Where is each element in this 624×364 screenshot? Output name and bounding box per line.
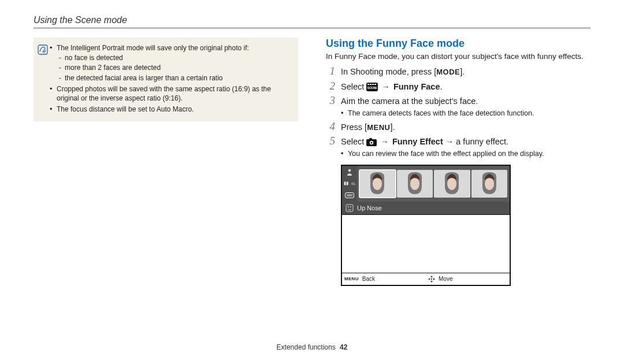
svg-rect-0 <box>38 45 47 54</box>
footer-section: Extended functions <box>277 343 336 351</box>
step-4-pre: Press [ <box>341 122 367 132</box>
footer-move-label: Move <box>439 276 452 282</box>
sidebar-count-icon: 01 <box>344 179 355 188</box>
sidebar-person-icon <box>344 168 355 177</box>
step-num-1: 1 <box>326 65 335 77</box>
thumb-4[interactable] <box>471 170 508 198</box>
camera-screenshot: 01 I6M <box>341 165 511 286</box>
screenshot-effect-label-row: Up Nose <box>342 202 510 214</box>
page-footer: Extended functions 42 <box>0 343 624 351</box>
sidebar-size-icon: I6M <box>344 191 355 200</box>
step-2-pre: Select <box>341 82 366 91</box>
step-5-sub: You can review the face with the effect … <box>341 149 544 159</box>
footer-move-icon <box>428 276 435 283</box>
scene-icon: SCENE <box>366 83 378 91</box>
menu-button-label: MENU <box>367 123 390 132</box>
step-1-post: ]. <box>460 67 465 76</box>
step-5-post: → a funny effect. <box>443 137 508 146</box>
step-3-text: Aim the camera at the subject's face. <box>341 96 478 106</box>
step-5-bold: Funny Effect <box>392 137 443 146</box>
header-rule <box>34 28 590 28</box>
step-5-arrow1: → <box>377 137 392 146</box>
svg-rect-4 <box>372 84 374 85</box>
right-column: Using the Funny Face mode In Funny Face … <box>326 38 590 286</box>
note-sub-0: no face is detected <box>57 53 292 62</box>
mode-button-label: MODE <box>436 68 460 76</box>
section-title: Using the Funny Face mode <box>326 38 590 50</box>
note-item-2: The focus distance will be set to Auto M… <box>50 105 292 114</box>
svg-point-11 <box>348 169 351 172</box>
svg-point-13 <box>410 177 419 190</box>
note-sub-1: more than 2 faces are detected <box>57 63 292 72</box>
svg-rect-8 <box>369 138 372 140</box>
screenshot-thumbs <box>357 166 510 202</box>
svg-point-10 <box>371 142 373 144</box>
step-list: 1 In Shooting mode, press [MODE]. 2 Sele… <box>326 65 590 159</box>
step-1: In Shooting mode, press [MODE]. <box>341 65 465 78</box>
step-1-pre: In Shooting mode, press [ <box>341 67 436 76</box>
svg-rect-16 <box>346 205 353 211</box>
svg-point-17 <box>348 206 349 207</box>
step-5-pre: Select <box>341 137 366 146</box>
step-num-3: 3 <box>326 95 335 107</box>
thumb-2[interactable] <box>397 170 433 198</box>
note-body: The Intelligent Portrait mode will save … <box>50 43 292 116</box>
step-2-arrow: → <box>378 82 393 91</box>
sidebar-count: 01 <box>351 182 355 185</box>
svg-point-18 <box>350 206 351 207</box>
step-num-4: 4 <box>326 121 335 133</box>
svg-rect-3 <box>370 84 372 85</box>
svg-rect-2 <box>367 84 369 85</box>
footer-page-number: 42 <box>340 343 347 351</box>
screenshot-footer: MENU Back Move <box>342 273 510 285</box>
footer-menu-icon: MENU <box>344 276 359 281</box>
screenshot-canvas <box>342 214 510 273</box>
note-icon <box>37 44 50 55</box>
note-box: The Intelligent Portrait mode will save … <box>34 38 298 121</box>
svg-point-12 <box>373 177 382 190</box>
step-2-post: . <box>440 82 442 91</box>
step-2: Select SCENE → Funny Face. <box>341 80 443 93</box>
svg-point-14 <box>447 177 456 190</box>
svg-point-19 <box>431 278 432 279</box>
svg-text:SCENE: SCENE <box>367 86 378 90</box>
note-item-1: Cropped photos will be saved with the sa… <box>50 84 292 103</box>
step-num-5: 5 <box>326 135 335 147</box>
thumb-1[interactable] <box>359 170 396 198</box>
step-3-sub: The camera detects faces with the face d… <box>341 109 534 118</box>
svg-point-15 <box>485 177 494 190</box>
camera-icon <box>366 138 377 146</box>
step-4: Press [MENU]. <box>341 121 395 133</box>
footer-back-label: Back <box>362 276 375 282</box>
svg-rect-5 <box>374 84 376 85</box>
screenshot-sidebar: 01 I6M <box>342 166 357 202</box>
note-item-0: The Intelligent Portrait mode will save … <box>57 44 249 52</box>
effect-label-text: Up Nose <box>357 205 382 211</box>
step-5: Select → Funny Effect → a funny effect. … <box>341 135 544 158</box>
thumb-3[interactable] <box>434 170 470 198</box>
note-sub-2: the detected facial area is larger than … <box>57 73 292 83</box>
step-2-bold: Funny Face <box>393 82 440 91</box>
page-header-title: Using the Scene mode <box>34 15 590 25</box>
left-column: The Intelligent Portrait mode will save … <box>34 38 298 286</box>
step-num-2: 2 <box>326 80 335 92</box>
section-intro: In Funny Face mode, you can distort your… <box>326 52 590 61</box>
step-4-post: ]. <box>390 122 395 132</box>
effect-label-icon <box>342 204 357 212</box>
step-3: Aim the camera at the subject's face. Th… <box>341 95 534 118</box>
